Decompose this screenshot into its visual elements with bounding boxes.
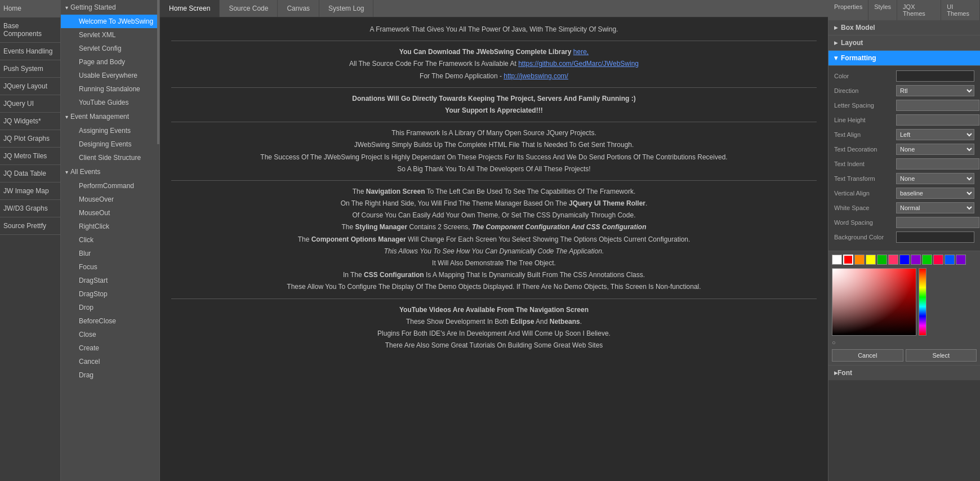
- prop-input-line-height[interactable]: [896, 114, 979, 126]
- nav-item-mouse-out[interactable]: MouseOut: [61, 206, 159, 220]
- sidebar-item-jq-metro-tiles[interactable]: JQ Metro Tiles: [0, 148, 60, 165]
- sidebar-item-source-prettfy[interactable]: Source Prettfy: [0, 217, 60, 235]
- prop-color-color[interactable]: [896, 70, 974, 82]
- nav-item-servlet-xml[interactable]: Servlet XML: [61, 28, 159, 42]
- opacity-indicator: ○: [832, 339, 836, 346]
- prop-select-text-decoration[interactable]: NoneUnderlineOverlineLine-through: [896, 144, 974, 155]
- prop-select-direction[interactable]: LtrRtl: [896, 85, 974, 96]
- color-swatch[interactable]: [877, 255, 887, 265]
- arrow-icon: ▸: [834, 39, 838, 47]
- content-divider: [171, 299, 817, 299]
- prop-select-text-align[interactable]: LeftCenterRightJustify: [896, 129, 974, 140]
- color-select-button[interactable]: Select: [906, 349, 977, 362]
- section-header-font[interactable]: ▸Font: [828, 365, 980, 380]
- nav-item-close[interactable]: Close: [61, 328, 159, 341]
- nav-item-before-close[interactable]: BeforeClose: [61, 314, 159, 328]
- nav-item-mouse-over[interactable]: MouseOver: [61, 193, 159, 206]
- nav-item-drop[interactable]: Drop: [61, 301, 159, 314]
- right-tab-jqx-themes[interactable]: JQX Themes: [897, 0, 941, 20]
- nav-item-client-side-structure[interactable]: Client Side Structure: [61, 151, 159, 164]
- prop-label-direction: Direction: [834, 87, 896, 94]
- color-swatch[interactable]: [866, 255, 876, 265]
- content-line: It Will Also Demonstrate The Tree Object…: [171, 258, 817, 269]
- nav-item-page-and-body[interactable]: Page and Body: [61, 55, 159, 69]
- sidebar-item-jq-plot-graphs[interactable]: JQ Plot Graphs: [0, 130, 60, 148]
- color-swatch[interactable]: [922, 255, 932, 265]
- nav-item-youtube-guides[interactable]: YouTube Guides: [61, 96, 159, 109]
- content-line: For The Demo Application - http://jwebsw…: [171, 71, 817, 82]
- section-header-formatting[interactable]: ▾Formatting: [828, 51, 980, 66]
- nav-item-click[interactable]: Click: [61, 233, 159, 247]
- nav-item-servlet-config[interactable]: Servlet Config: [61, 42, 159, 55]
- tab-source-code[interactable]: Source Code: [220, 0, 278, 17]
- prop-select-white-space[interactable]: NormalNowrapPrePre-linePre-wrap: [896, 202, 974, 213]
- content-line: The Component Options Manager Will Chang…: [171, 234, 817, 245]
- color-cancel-button[interactable]: Cancel: [832, 349, 903, 362]
- sidebar-item-base-components[interactable]: Base Components: [0, 17, 60, 43]
- sidebar-item-jq-data-table[interactable]: JQ Data Table: [0, 165, 60, 182]
- content-link[interactable]: here,: [573, 48, 589, 56]
- section-header-box-model[interactable]: ▸Box Model: [828, 20, 980, 35]
- nav-item-drag-start[interactable]: DragStart: [61, 274, 159, 287]
- prop-row-background-color: Background Color: [834, 231, 974, 243]
- color-hue-bar[interactable]: [919, 268, 926, 336]
- tab-home-screen[interactable]: Home Screen: [160, 0, 220, 17]
- color-swatch[interactable]: [945, 255, 955, 265]
- sidebar-item-events-handling[interactable]: Events Handling: [0, 43, 60, 60]
- nav-item-usable-everywhere[interactable]: Usable Everywhere: [61, 69, 159, 82]
- nav-item-running-standalone[interactable]: Running Standalone: [61, 82, 159, 96]
- prop-color-background-color[interactable]: [896, 231, 974, 243]
- opacity-row: ○: [832, 339, 977, 346]
- nav-item-create[interactable]: Create: [61, 341, 159, 355]
- color-swatch[interactable]: [899, 255, 910, 265]
- sidebar-item-jwd3-graphs[interactable]: JW/D3 Graphs: [0, 200, 60, 217]
- right-tab-styles[interactable]: Styles: [868, 0, 897, 20]
- sidebar-item-home[interactable]: Home: [0, 0, 60, 17]
- nav-item-right-click[interactable]: RightClick: [61, 220, 159, 233]
- nav-item-focus[interactable]: Focus: [61, 260, 159, 274]
- nav-item-assigning-events[interactable]: Assigning Events: [61, 124, 159, 137]
- prop-select-text-transform[interactable]: NoneUppercaseLowercaseCapitalize: [896, 173, 974, 184]
- sidebar-item-jw-image-map[interactable]: JW Image Map: [0, 182, 60, 200]
- nav-item-perform-command[interactable]: PerformCommand: [61, 179, 159, 193]
- formatting-section-content: ColorDirectionLtrRtlLetter SpacingLine H…: [828, 66, 980, 251]
- color-gradient-picker[interactable]: [832, 268, 916, 336]
- prop-input-letter-spacing[interactable]: [896, 100, 979, 111]
- content-line: In The CSS Configuration Is A Mapping Th…: [171, 270, 817, 280]
- right-tab-ui-themes[interactable]: UI Themes: [941, 0, 980, 20]
- color-swatch[interactable]: [832, 255, 842, 265]
- prop-input-text-indent[interactable]: [896, 158, 979, 170]
- content-link[interactable]: http://jwebswing.com/: [504, 72, 568, 80]
- color-swatch[interactable]: [911, 255, 921, 265]
- sidebar-item-jquery-ui[interactable]: JQuery UI: [0, 95, 60, 113]
- nav-group-getting-started[interactable]: ▾Getting Started: [61, 0, 159, 15]
- content-link[interactable]: https://github.com/GedMarc/JWebSwing: [518, 60, 639, 68]
- content-line: On The Right Hand Side, You Will Find Th…: [171, 198, 817, 209]
- nav-item-drag[interactable]: Drag: [61, 368, 159, 382]
- nav-group-all-events[interactable]: ▾All Events: [61, 164, 159, 179]
- sidebar-item-jq-widgets[interactable]: JQ Widgets*: [0, 113, 60, 130]
- nav-item-welcome[interactable]: Welcome To JWebSwing: [61, 15, 159, 28]
- section-header-layout[interactable]: ▸Layout: [828, 35, 980, 51]
- sidebar-item-push-system[interactable]: Push System: [0, 60, 60, 78]
- right-tab-properties[interactable]: Properties: [828, 0, 868, 20]
- nav-group-event-management[interactable]: ▾Event Management: [61, 109, 159, 124]
- sidebar-item-jquery-layout[interactable]: JQuery Layout: [0, 78, 60, 95]
- color-swatch[interactable]: [956, 255, 966, 265]
- nav-item-drag-stop[interactable]: DragStop: [61, 287, 159, 301]
- tab-canvas[interactable]: Canvas: [278, 0, 319, 17]
- color-swatch[interactable]: [888, 255, 898, 265]
- tab-system-log[interactable]: System Log: [319, 0, 373, 17]
- nav-item-cancel[interactable]: Cancel: [61, 355, 159, 368]
- main-content: Home ScreenSource CodeCanvasSystem Log A…: [160, 0, 828, 481]
- color-swatch[interactable]: [854, 255, 865, 265]
- nav-item-blur[interactable]: Blur: [61, 247, 159, 260]
- nav-item-designing-events[interactable]: Designing Events: [61, 137, 159, 151]
- prop-row-text-align: Text AlignLeftCenterRightJustify: [834, 129, 974, 140]
- arrow-icon: ▾: [65, 114, 68, 120]
- prop-select-vertical-align[interactable]: baselinetopmiddlebottom: [896, 188, 974, 199]
- color-swatch[interactable]: [933, 255, 943, 265]
- prop-input-word-spacing[interactable]: [896, 217, 979, 228]
- nav-scrollbar[interactable]: [157, 0, 159, 144]
- color-swatch[interactable]: [843, 255, 853, 265]
